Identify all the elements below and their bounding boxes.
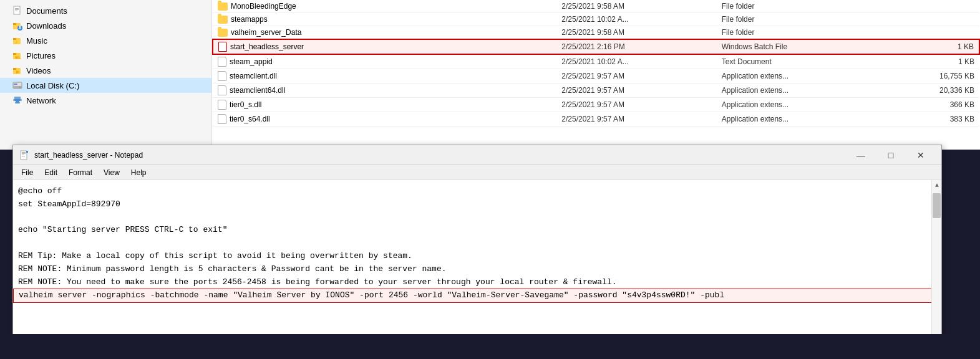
svg-rect-2 [15, 9, 19, 10]
highlighted-command-line: valheim server -nographics -batchmode -n… [13, 289, 941, 303]
file-size [888, 0, 979, 13]
table-row[interactable]: valheim_server_Data2/25/2021 9:58 AMFile… [213, 26, 979, 40]
svg-rect-31 [22, 156, 25, 156]
sidebar-item-music[interactable]: ♪ Music [0, 33, 211, 48]
svg-rect-3 [15, 11, 17, 11]
scroll-thumb[interactable] [933, 193, 941, 218]
svg-text:♪: ♪ [15, 39, 17, 45]
sidebar-item-downloads[interactable]: Downloads [0, 18, 211, 33]
taskbar [0, 334, 980, 359]
sidebar-item-local-disk[interactable]: Local Disk (C:) [0, 78, 211, 93]
file-name: tier0_s64.dll [230, 115, 270, 123]
downloads-icon [12, 21, 22, 31]
menu-edit[interactable]: Edit [39, 167, 62, 178]
file-type: Application extens... [717, 69, 888, 84]
table-row[interactable]: tier0_s64.dll2/25/2021 9:57 AMApplicatio… [213, 112, 979, 127]
notepad-scrollbar[interactable]: ▲ ▼ [931, 180, 941, 356]
file-name: start_headless_server [230, 42, 304, 51]
file-size: 383 KB [888, 112, 979, 127]
file-size [888, 26, 979, 40]
svg-rect-29 [22, 153, 26, 154]
file-type: Application extens... [717, 98, 888, 112]
scroll-up-arrow[interactable]: ▲ [932, 180, 941, 190]
file-date: 2/25/2021 10:02 A... [556, 13, 716, 26]
file-name: valheim_server_Data [231, 28, 301, 37]
svg-rect-32 [26, 151, 28, 153]
svg-rect-0 [14, 6, 20, 14]
file-size: 1 KB [888, 54, 979, 69]
folder-icon [218, 29, 228, 37]
table-row[interactable]: tier0_s.dll2/25/2021 9:57 AMApplication … [213, 98, 979, 112]
sidebar-item-videos[interactable]: Videos [0, 63, 211, 78]
code-line: set SteamAppId=892970 [18, 199, 120, 209]
svg-rect-8 [19, 26, 21, 27]
network-icon [12, 95, 22, 105]
table-row[interactable]: steamclient.dll2/25/2021 9:57 AMApplicat… [213, 69, 979, 84]
titlebar-buttons: — □ ✕ [847, 145, 935, 165]
sidebar-label-downloads: Downloads [26, 21, 66, 31]
menu-format[interactable]: Format [64, 167, 97, 178]
file-type: File folder [717, 13, 888, 26]
table-row[interactable]: steam_appid2/25/2021 10:02 A...Text Docu… [213, 54, 979, 69]
file-explorer: Documents Downloads ♪ Music [0, 0, 980, 150]
notepad-window: start_headless_server - Notepad — □ ✕ Fi… [12, 145, 942, 357]
file-date: 2/25/2021 2:16 PM [556, 39, 716, 54]
sidebar-label-music: Music [26, 36, 47, 45]
doc-icon [218, 57, 226, 67]
minimize-button[interactable]: — [847, 145, 875, 165]
notepad-menubar: File Edit Format View Help [13, 165, 941, 180]
table-row[interactable]: start_headless_server2/25/2021 2:16 PMWi… [213, 39, 979, 54]
file-list: MonoBleedingEdge2/25/2021 9:58 AMFile fo… [212, 0, 980, 150]
notepad-app-icon [19, 150, 29, 160]
folder-icon [218, 2, 228, 11]
menu-help[interactable]: Help [126, 167, 152, 178]
doc-icon [218, 114, 226, 124]
file-date: 2/25/2021 9:57 AM [556, 69, 716, 84]
svg-rect-25 [15, 102, 20, 103]
notepad-content[interactable]: @echo off set SteamAppId=892970 echo "St… [13, 180, 941, 356]
table-row[interactable]: MonoBleedingEdge2/25/2021 9:58 AMFile fo… [213, 0, 979, 13]
notepad-titlebar: start_headless_server - Notepad — □ ✕ [13, 145, 941, 165]
table-row[interactable]: steamclient64.dll2/25/2021 9:57 AMApplic… [213, 84, 979, 98]
file-size: 16,755 KB [888, 69, 979, 84]
code-line: @echo off [18, 186, 62, 196]
file-type: File folder [717, 0, 888, 13]
file-type: Windows Batch File [717, 39, 888, 54]
videos-icon [12, 65, 22, 75]
local-disk-icon [12, 80, 22, 90]
svg-rect-30 [22, 155, 24, 155]
svg-point-21 [19, 87, 21, 89]
maximize-button[interactable]: □ [876, 145, 905, 165]
sidebar-label-documents: Documents [26, 6, 67, 16]
sidebar-label-videos: Videos [26, 66, 51, 75]
code-line: REM NOTE: Minimum password length is 5 c… [18, 264, 447, 274]
table-row[interactable]: steamapps2/25/2021 10:02 A...File folder [213, 13, 979, 26]
file-size: 20,336 KB [888, 84, 979, 98]
file-type: Application extens... [717, 84, 888, 98]
sidebar-item-pictures[interactable]: Pictures [0, 48, 211, 63]
sidebar-label-pictures: Pictures [26, 51, 56, 60]
file-date: 2/25/2021 9:57 AM [556, 98, 716, 112]
file-date: 2/25/2021 9:57 AM [556, 84, 716, 98]
doc-icon [218, 100, 226, 110]
sidebar-item-network[interactable]: Network [0, 93, 211, 108]
svg-rect-13 [13, 53, 16, 55]
menu-file[interactable]: File [16, 167, 38, 178]
file-name: tier0_s.dll [230, 100, 261, 109]
svg-rect-28 [22, 152, 26, 153]
svg-rect-24 [16, 101, 19, 102]
pictures-icon [12, 50, 22, 60]
code-line: REM NOTE: You need to make sure the port… [18, 277, 617, 287]
menu-view[interactable]: View [99, 167, 125, 178]
file-date: 2/25/2021 9:58 AM [556, 26, 716, 40]
file-type: Application extens... [717, 112, 888, 127]
file-size: 1 KB [888, 39, 979, 54]
file-date: 2/25/2021 9:58 AM [556, 0, 716, 13]
file-type: Text Document [717, 54, 888, 69]
svg-rect-22 [14, 84, 17, 85]
file-date: 2/25/2021 10:02 A... [556, 54, 716, 69]
close-button[interactable]: ✕ [906, 145, 935, 165]
music-icon: ♪ [12, 36, 22, 45]
notepad-text: @echo off set SteamAppId=892970 echo "St… [18, 185, 936, 316]
sidebar-item-documents[interactable]: Documents [0, 3, 211, 18]
